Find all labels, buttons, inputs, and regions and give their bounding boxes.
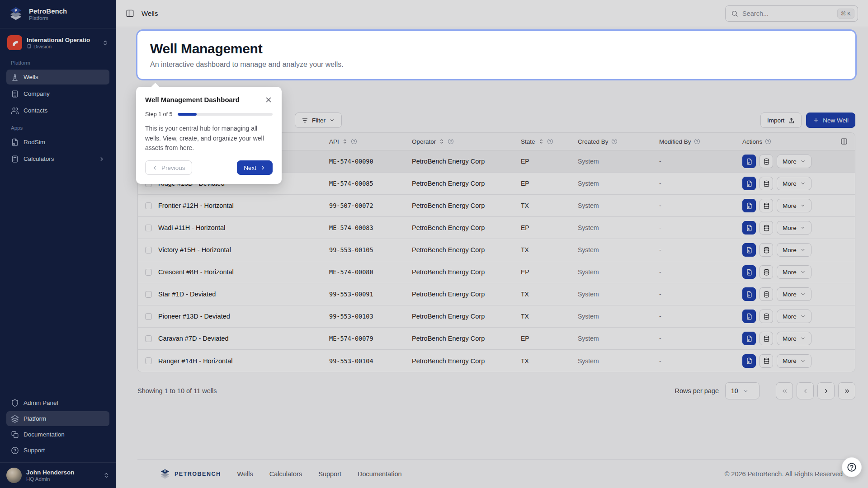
tour-next-label: Next [244,164,256,171]
help-fab[interactable] [842,457,862,477]
close-icon[interactable] [264,96,273,104]
tour-progress-fill [178,113,197,116]
tour-popover: Well Management Dashboard Step 1 of 5 Th… [136,87,282,184]
tour-previous-label: Previous [161,164,185,171]
tour-next-button[interactable]: Next [237,160,273,175]
tour-progress-track [178,113,273,116]
help-circle-icon [847,462,857,472]
tour-step-label: Step 1 of 5 [145,111,172,117]
chevron-right-icon [260,165,266,171]
page-title: Well Management [150,41,843,56]
tour-title: Well Management Dashboard [145,96,240,103]
page-subtitle: An interactive dashboard to manage and a… [150,61,843,69]
tour-body-text: This is your central hub for managing al… [145,124,273,153]
tour-previous-button[interactable]: Previous [145,160,192,175]
chevron-left-icon [152,165,158,171]
page-header-card: Well Management An interactive dashboard… [137,31,855,79]
